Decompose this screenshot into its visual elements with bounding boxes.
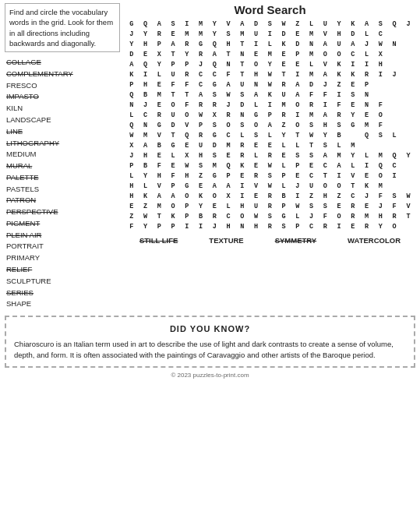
grid-cell: I xyxy=(249,39,263,49)
grid-cell xyxy=(401,110,415,120)
grid-cell: D xyxy=(249,19,263,29)
found-word-item: WATERCOLOR xyxy=(348,236,401,245)
grid-cell: E xyxy=(194,181,208,191)
grid-cell: I xyxy=(332,171,346,181)
grid-cell: J xyxy=(305,211,319,221)
grid-cell: T xyxy=(235,69,249,79)
word-item: COMPLEMENTARY xyxy=(6,69,120,79)
grid-cell: S xyxy=(305,201,319,211)
word-list: COLLAGECOMPLEMENTARYFRESCOIMPASTOKILNLAN… xyxy=(5,57,120,309)
grid-cell: F xyxy=(221,69,235,79)
grid-cell: U xyxy=(249,201,263,211)
grid-cell: P xyxy=(194,120,208,130)
grid-cell: B xyxy=(332,130,346,140)
found-words-row: STILL LIFETEXTURESYMMETRYWATERCOLOR xyxy=(125,236,415,245)
puzzle-title: Word Search xyxy=(125,3,415,16)
grid-cell: W xyxy=(180,160,194,171)
grid-cell: B xyxy=(194,211,208,221)
grid-cell: F xyxy=(166,79,180,90)
grid-cell: T xyxy=(346,181,360,191)
grid-cell: X xyxy=(208,110,222,120)
grid-cell: H xyxy=(180,171,194,181)
grid-cell: N xyxy=(235,221,249,231)
grid-cell: S xyxy=(319,201,333,211)
grid-cell: L xyxy=(125,110,139,120)
grid-cell: P xyxy=(153,39,167,49)
grid-cell: A xyxy=(221,79,235,90)
grid-cell: M xyxy=(194,19,208,29)
grid-cell: H xyxy=(374,59,388,69)
grid-cell: Y xyxy=(374,221,388,231)
grid-cell: M xyxy=(374,181,388,191)
grid-cell: O xyxy=(319,181,333,191)
word-item: PALETTE xyxy=(6,172,120,183)
grid-cell xyxy=(374,140,388,150)
grid-cell: B xyxy=(277,191,291,201)
grid-cell: Y xyxy=(319,130,333,140)
grid-cell: T xyxy=(235,39,249,49)
grid-cell xyxy=(401,171,415,181)
grid-cell xyxy=(401,49,415,59)
grid-cell: S xyxy=(305,120,319,130)
grid-cell: K xyxy=(194,191,208,201)
grid-cell: J xyxy=(374,201,388,211)
grid-cell: R xyxy=(277,79,291,90)
grid-cell: M xyxy=(221,140,235,150)
grid-cell: L xyxy=(263,39,277,49)
grid-cell xyxy=(401,181,415,191)
grid-cell: R xyxy=(194,130,208,140)
grid-cell: R xyxy=(319,221,333,231)
grid-cell: Z xyxy=(277,120,291,130)
grid-cell: T xyxy=(166,90,180,100)
grid-cell: R xyxy=(180,39,194,49)
grid-cell: S xyxy=(194,160,208,171)
grid-cell: E xyxy=(346,100,360,110)
grid-cell: S xyxy=(221,29,235,39)
grid-cell: N xyxy=(387,39,401,49)
grid-cell: L xyxy=(249,100,263,110)
grid-cell xyxy=(401,39,415,49)
grid-cell: K xyxy=(332,59,346,69)
grid-cell: G xyxy=(249,110,263,120)
grid-cell: O xyxy=(374,171,388,181)
grid-cell: L xyxy=(249,150,263,160)
grid-cell: M xyxy=(332,150,346,160)
grid-cell: A xyxy=(153,191,167,201)
grid-cell: A xyxy=(346,39,360,49)
grid-cell: H xyxy=(153,171,167,181)
grid-cell: F xyxy=(387,201,401,211)
grid-cell: R xyxy=(208,100,222,110)
grid-cell: H xyxy=(221,221,235,231)
grid-cell: K xyxy=(166,211,180,221)
grid-cell xyxy=(401,69,415,79)
grid-cell: L xyxy=(346,160,360,171)
grid-cell: S xyxy=(291,150,305,160)
footer: © 2023 puzzles-to-print.com xyxy=(5,372,415,379)
grid-cell: O xyxy=(208,191,222,201)
grid-cell: Y xyxy=(153,59,167,69)
grid-cell: A xyxy=(221,181,235,191)
grid-cell: R xyxy=(263,150,277,160)
grid-cell: C xyxy=(305,221,319,231)
grid-cell: S xyxy=(166,19,180,29)
grid-cell: P xyxy=(221,171,235,181)
word-item: RELIEF xyxy=(6,264,120,275)
grid-cell: O xyxy=(235,211,249,221)
grid-cell: T xyxy=(401,211,415,221)
grid-cell: H xyxy=(235,201,249,211)
grid-cell: C xyxy=(139,110,153,120)
grid-cell: W xyxy=(291,201,305,211)
grid-cell: O xyxy=(166,201,180,211)
grid-cell: H xyxy=(221,39,235,49)
grid-cell: E xyxy=(208,201,222,211)
grid-cell: W xyxy=(194,110,208,120)
grid-cell xyxy=(401,100,415,110)
grid-cell: I xyxy=(291,110,305,120)
grid-cell: Y xyxy=(139,221,153,231)
grid-cell: M xyxy=(180,29,194,39)
grid-cell: N xyxy=(139,120,153,130)
grid-cell: T xyxy=(180,90,194,100)
word-item: IMPASTO xyxy=(6,91,120,102)
grid-cell: L xyxy=(166,150,180,160)
grid-cell: F xyxy=(180,79,194,90)
